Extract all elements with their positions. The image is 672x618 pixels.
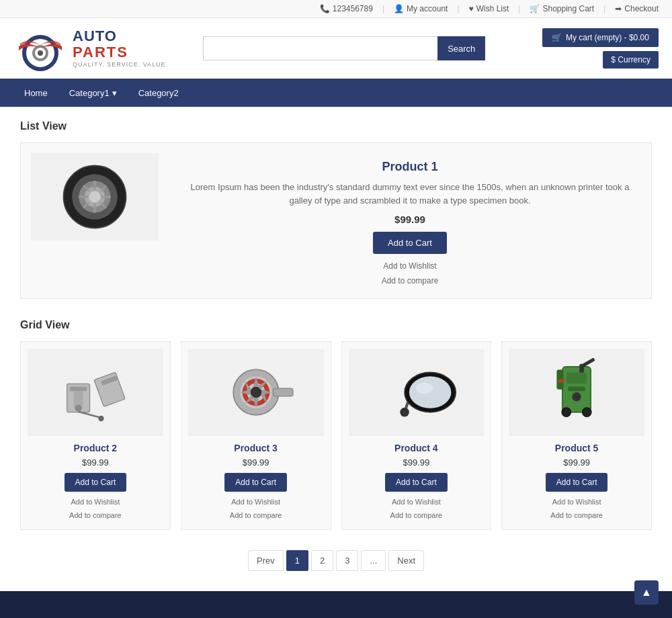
svg-rect-43 xyxy=(558,380,564,383)
my-account-link[interactable]: 👤 My account xyxy=(394,4,448,13)
wish-list-label: Wish List xyxy=(476,4,509,13)
grid-product-4: Product 4 $99.99 Add to Cart Add to Wish… xyxy=(341,341,492,530)
nav-category2[interactable]: Category2 xyxy=(128,79,190,107)
list-product: Product 1 Lorem Ipsum has been the indus… xyxy=(20,142,652,299)
checkout-label: Checkout xyxy=(624,4,659,13)
grid-compare-3[interactable]: Add to compare xyxy=(188,509,324,523)
svg-rect-28 xyxy=(273,388,293,396)
checkout-icon: ➡ xyxy=(615,4,622,13)
grid-compare-5[interactable]: Add to compare xyxy=(509,509,644,523)
logo-text: AUTO PARTS QUALITY. SERVICE. VALUE. xyxy=(73,28,168,69)
svg-point-38 xyxy=(562,408,571,417)
nav-home[interactable]: Home xyxy=(13,79,58,107)
tire-svg xyxy=(38,160,152,234)
svg-point-33 xyxy=(416,383,433,394)
phone-icon: 📞 xyxy=(320,4,330,13)
heart-icon: ♥ xyxy=(469,4,474,13)
svg-point-2 xyxy=(38,50,43,56)
cart-button[interactable]: 🛒 My cart (empty) - $0.00 xyxy=(542,28,659,47)
page-3-button[interactable]: 3 xyxy=(336,550,358,571)
grid-add-cart-button-5[interactable]: Add to Cart xyxy=(546,473,608,492)
grid-add-cart-button-3[interactable]: Add to Cart xyxy=(224,473,287,492)
svg-point-39 xyxy=(583,408,592,417)
list-add-to-wishlist-link[interactable]: Add to Wishlist xyxy=(179,259,641,274)
shopping-cart-label: Shopping Cart xyxy=(542,4,594,13)
page-2-button[interactable]: 2 xyxy=(311,550,333,571)
grid-wishlist-3[interactable]: Add to Wishlist xyxy=(188,496,324,509)
svg-rect-20 xyxy=(94,372,125,406)
header-right: 🛒 My cart (empty) - $0.00 $ Currency xyxy=(542,28,659,69)
grid-wishlist-2[interactable]: Add to Wishlist xyxy=(28,496,163,509)
list-product-description: Lorem Ipsum has been the industry's stan… xyxy=(179,181,641,207)
nav: Home Category1 ▾ Category2 xyxy=(0,79,672,107)
grid-product-2-name: Product 2 xyxy=(28,443,163,453)
logo-svg xyxy=(13,25,67,72)
svg-point-23 xyxy=(98,416,103,421)
footer: f t in OpenCart Theme Designed With Temp… xyxy=(0,591,672,618)
grid-product-2: Product 2 $99.99 Add to Cart Add to Wish… xyxy=(20,341,171,530)
grid-product-5-price: $99.99 xyxy=(509,457,644,468)
list-product-links: Add to Wishlist Add to compare xyxy=(179,259,641,288)
chevron-down-icon: ▾ xyxy=(112,88,117,98)
logo-area: AUTO PARTS QUALITY. SERVICE. VALUE. xyxy=(13,25,168,72)
grid-add-cart-button-2[interactable]: Add to Cart xyxy=(65,473,127,492)
phone-link[interactable]: 📞 123456789 xyxy=(320,4,373,13)
svg-line-22 xyxy=(78,412,101,418)
search-input[interactable] xyxy=(203,36,437,60)
turbo-svg xyxy=(209,355,303,429)
logo-parts: PARTS xyxy=(73,44,168,60)
svg-rect-40 xyxy=(566,373,587,384)
list-product-price: $99.99 xyxy=(179,214,641,225)
list-product-info: Product 1 Lorem Ipsum has been the indus… xyxy=(179,153,641,288)
grid-product-3-price: $99.99 xyxy=(188,457,324,468)
wish-list-link[interactable]: ♥ Wish List xyxy=(469,4,509,13)
list-add-to-cart-button[interactable]: Add to Cart xyxy=(373,232,447,254)
my-account-label: My account xyxy=(407,4,448,13)
sep2: | xyxy=(457,4,459,13)
grid-compare-4[interactable]: Add to compare xyxy=(349,509,485,523)
grid-wishlist-5[interactable]: Add to Wishlist xyxy=(509,496,644,509)
header: AUTO PARTS QUALITY. SERVICE. VALUE. Sear… xyxy=(0,18,672,79)
nav-category2-label: Category2 xyxy=(138,88,179,98)
grid-wishlist-4[interactable]: Add to Wishlist xyxy=(349,496,485,509)
cart-label: My cart (empty) - $0.00 xyxy=(566,33,649,42)
main-content: List View xyxy=(0,107,672,591)
list-add-to-compare-link[interactable]: Add to compare xyxy=(179,274,641,289)
logo-tagline: QUALITY. SERVICE. VALUE. xyxy=(73,62,168,69)
grid-add-cart-button-4[interactable]: Add to Cart xyxy=(385,473,448,492)
mirror-svg xyxy=(369,355,463,429)
washer-svg xyxy=(530,355,624,429)
nav-category1[interactable]: Category1 ▾ xyxy=(58,79,128,107)
search-button[interactable]: Search xyxy=(437,36,485,60)
page-1-button[interactable]: 1 xyxy=(286,550,308,571)
svg-rect-17 xyxy=(70,387,87,392)
grid-compare-2[interactable]: Add to compare xyxy=(28,509,163,523)
cart-icon-top: 🛒 xyxy=(530,4,540,13)
grid-product-3-name: Product 3 xyxy=(188,443,324,453)
next-button[interactable]: Next xyxy=(388,550,424,571)
currency-label: $ Currency xyxy=(611,55,650,64)
grid-product-5-image xyxy=(509,349,644,436)
grid-product-2-image xyxy=(28,349,163,436)
cart-icon: 🛒 xyxy=(552,33,562,42)
grid-view-title: Grid View xyxy=(20,319,652,331)
svg-rect-41 xyxy=(568,387,585,392)
shopping-cart-link[interactable]: 🛒 Shopping Cart xyxy=(530,4,594,13)
sep3: | xyxy=(518,4,520,13)
grid-product-3: Product 3 $99.99 Add to Cart Add to Wish… xyxy=(181,341,331,530)
grid-product-4-image xyxy=(349,349,485,436)
nav-home-label: Home xyxy=(24,88,48,98)
logo-auto: AUTO xyxy=(73,28,168,44)
svg-point-7 xyxy=(89,191,101,203)
svg-rect-37 xyxy=(581,357,595,367)
sep1: | xyxy=(382,4,384,13)
checkout-link[interactable]: ➡ Checkout xyxy=(615,4,659,13)
svg-point-42 xyxy=(572,392,581,402)
currency-button[interactable]: $ Currency xyxy=(603,51,659,69)
scroll-to-top-button[interactable]: ▲ xyxy=(634,580,659,605)
grid-product-5-links: Add to Wishlist Add to compare xyxy=(509,496,644,523)
phone-number: 123456789 xyxy=(333,4,373,13)
grid-products: Product 2 $99.99 Add to Cart Add to Wish… xyxy=(20,341,652,530)
prev-button[interactable]: Prev xyxy=(248,550,284,571)
pagination: Prev 1 2 3 ... Next xyxy=(20,550,652,571)
